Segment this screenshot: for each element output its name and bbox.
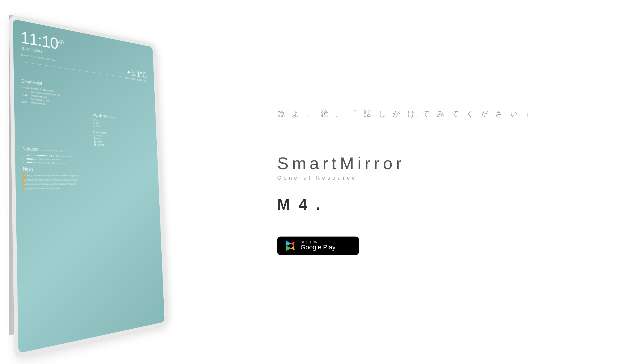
calendar-col bbox=[22, 106, 92, 146]
time-1: 13:00 ☀ bbox=[21, 53, 29, 57]
todo-check-eier bbox=[94, 137, 95, 139]
news-item-1: 📶 Die große Schuldensorge der Industries… bbox=[23, 174, 153, 178]
netatmo-bar-1 bbox=[38, 155, 48, 156]
wunderlist-col: Wunderlist Einkaufen 09:00 Brot Milch bbox=[93, 113, 152, 149]
netatmo-section: Netatmo Wetterbericht · vor 1 Minute 🏠 T… bbox=[22, 146, 153, 167]
mirror-content: 11:1040 Di, 21.02.2017 13:00 ☀ 16:00 ☀ 1… bbox=[13, 19, 165, 353]
news-section: News 📶 Die große Schuldensorge der Indus… bbox=[23, 167, 153, 191]
device-section: 11:1040 Di, 21.02.2017 13:00 ☀ 16:00 ☀ 1… bbox=[0, 0, 233, 364]
todo-check-waschmittel bbox=[93, 131, 95, 133]
clock-seconds: 40 bbox=[58, 38, 64, 46]
device-frame: 11:1040 Di, 21.02.2017 13:00 ☀ 16:00 ☀ 1… bbox=[9, 14, 168, 358]
app-name: SmartMirror bbox=[277, 154, 405, 173]
app-subtitle: General Resource bbox=[277, 175, 405, 181]
version-badge: M 4 . bbox=[277, 196, 323, 213]
right-section: 鏡 よ 、 鏡 、 「 話 し か け て み て く だ さ い 」 Smar… bbox=[233, 0, 642, 364]
time-3: 19:00 ☁ bbox=[38, 56, 46, 60]
time-2: 16:00 ☀ bbox=[29, 55, 38, 59]
device-screen: 11:1040 Di, 21.02.2017 13:00 ☀ 16:00 ☀ 1… bbox=[13, 19, 165, 353]
news-item-3: 📶 Kommen bald Zehntausende Flüchtlinge a… bbox=[23, 183, 153, 186]
todo-check-olivenoel bbox=[94, 144, 96, 146]
netatmo-bar-2 bbox=[27, 158, 37, 160]
google-play-button[interactable]: GET IT ON Google Play bbox=[277, 237, 359, 255]
play-text: GET IT ON Google Play bbox=[301, 241, 336, 251]
news-title: News bbox=[23, 167, 153, 173]
todo-check-zucker bbox=[94, 134, 95, 136]
news-item-4: 📶 Union überholt jetzt wieder die SPD bbox=[23, 186, 153, 191]
google-play-svg bbox=[285, 241, 296, 251]
wunderlist-subtitle: Einkaufen bbox=[108, 116, 116, 119]
netatmo-bar-3 bbox=[27, 162, 37, 163]
google-play-store-label: Google Play bbox=[301, 244, 336, 251]
todo-check-milch bbox=[93, 125, 95, 127]
weather-icon: 🌧 bbox=[127, 70, 131, 75]
todo-check-butter bbox=[94, 140, 95, 142]
todo-check-brot bbox=[93, 122, 95, 124]
app-branding: SmartMirror General Resource bbox=[277, 154, 405, 196]
japanese-tagline: 鏡 よ 、 鏡 、 「 話 し か け て み て く だ さ い 」 bbox=[277, 109, 535, 119]
time-4: 22:00 ☁ bbox=[46, 57, 55, 62]
play-store-icon bbox=[285, 241, 296, 251]
netatmo-subtitle: Wetterbericht · vor 1 Minute bbox=[42, 149, 66, 153]
news-item-2: 📶 Heute entscheidet sich die Zukunft des… bbox=[23, 178, 153, 182]
